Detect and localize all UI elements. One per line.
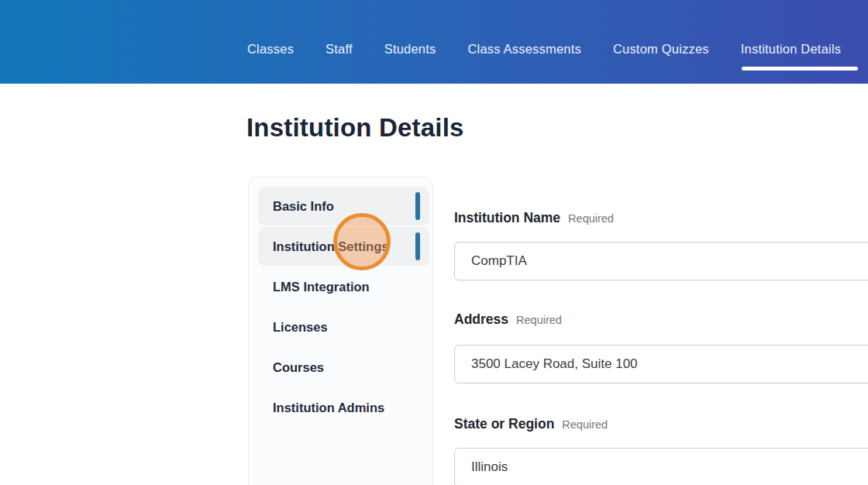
sidebar-item-lms-integration[interactable]: LMS Integration xyxy=(258,267,429,306)
settings-sidebar: Basic Info Institution Settings LMS Inte… xyxy=(248,177,433,485)
main-nav: Classes Staff Students Class Assessments… xyxy=(247,0,841,84)
sidebar-item-label: Institution Settings xyxy=(273,239,388,254)
institution-name-label-row: Institution Name Required xyxy=(454,210,614,226)
nav-tab-class-assessments[interactable]: Class Assessments xyxy=(467,42,580,57)
nav-tab-staff[interactable]: Staff xyxy=(326,42,353,57)
address-label: Address xyxy=(454,311,508,328)
address-label-row: Address Required xyxy=(454,311,562,328)
sidebar-item-label: Institution Admins xyxy=(273,401,384,415)
required-badge: Required xyxy=(562,418,608,431)
state-or-region-label-row: State or Region Required xyxy=(454,416,608,432)
nav-tab-institution-details[interactable]: Institution Details xyxy=(741,42,841,57)
nav-tab-custom-quizzes[interactable]: Custom Quizzes xyxy=(613,42,709,57)
nav-tab-classes[interactable]: Classes xyxy=(247,42,294,57)
page-title: Institution Details xyxy=(246,113,464,143)
app-window: Classes Staff Students Class Assessments… xyxy=(0,0,868,485)
sidebar-item-basic-info[interactable]: Basic Info xyxy=(258,187,429,225)
nav-tab-students[interactable]: Students xyxy=(384,42,436,57)
address-input[interactable] xyxy=(454,345,868,384)
sidebar-item-label: LMS Integration xyxy=(273,280,370,294)
active-indicator-bar xyxy=(415,192,420,220)
top-header: Classes Staff Students Class Assessments… xyxy=(0,0,868,84)
sidebar-item-institution-settings[interactable]: Institution Settings xyxy=(258,227,429,266)
institution-name-label: Institution Name xyxy=(454,210,560,226)
sidebar-item-courses[interactable]: Courses xyxy=(258,348,429,387)
sidebar-item-label: Basic Info xyxy=(273,199,334,214)
sidebar-item-licenses[interactable]: Licenses xyxy=(258,308,429,346)
required-badge: Required xyxy=(568,212,614,225)
active-indicator-bar xyxy=(415,232,420,260)
sidebar-item-label: Courses xyxy=(273,360,324,375)
institution-name-input[interactable] xyxy=(454,242,868,280)
sidebar-item-label: Licenses xyxy=(273,320,328,335)
state-or-region-label: State or Region xyxy=(454,416,554,432)
state-or-region-input[interactable] xyxy=(454,448,868,485)
required-badge: Required xyxy=(516,314,562,326)
sidebar-item-institution-admins[interactable]: Institution Admins xyxy=(258,388,429,427)
